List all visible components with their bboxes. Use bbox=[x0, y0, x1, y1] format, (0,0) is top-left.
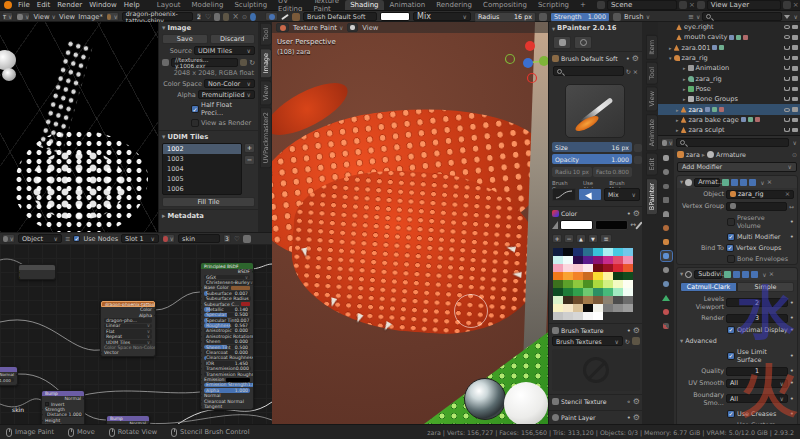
palette-swatch[interactable] bbox=[553, 256, 563, 264]
advanced-expand-icon[interactable]: ▾ bbox=[680, 337, 683, 345]
bump-node-2[interactable]: Bump Normal bbox=[106, 415, 150, 424]
breadcrumb-object[interactable]: zara bbox=[686, 151, 700, 159]
gear-icon[interactable]: ⚙ bbox=[633, 209, 640, 218]
opacity-slider[interactable]: Opacity1.000 bbox=[552, 154, 632, 164]
udim-tile-1002[interactable]: 1002 bbox=[163, 144, 241, 154]
brush-name-field[interactable]: Brush Default Soft bbox=[303, 12, 377, 21]
palette-swatch[interactable] bbox=[593, 288, 603, 296]
refresh-icon[interactable]: ↻ bbox=[626, 68, 631, 75]
outliner-item-zara[interactable]: ▸zara bbox=[658, 104, 800, 114]
palette-swatch[interactable] bbox=[563, 296, 573, 304]
modifier-name-field[interactable]: Subdivi… bbox=[694, 270, 722, 279]
reload-icon[interactable]: ↻ bbox=[249, 59, 255, 67]
viewport-tab-animate[interactable]: Animate bbox=[646, 114, 658, 151]
material-new-icon[interactable] bbox=[243, 235, 251, 243]
properties-search-input[interactable] bbox=[676, 138, 789, 147]
udim-panel-header[interactable]: ▾UDIM Tiles bbox=[159, 130, 258, 143]
palette-swatch[interactable] bbox=[593, 280, 603, 288]
stencil-texture-header[interactable]: Stencil Texture∘⚙ bbox=[549, 394, 642, 408]
save-button[interactable]: Save bbox=[162, 34, 208, 44]
toggle-render-icon[interactable] bbox=[751, 271, 758, 278]
folder-icon[interactable] bbox=[632, 337, 640, 345]
fake-user-icon[interactable]: ♡ bbox=[205, 13, 211, 21]
menu-file[interactable]: File bbox=[18, 1, 30, 9]
discard-button[interactable]: Discard bbox=[210, 34, 256, 44]
mode-dropdown[interactable]: View∨ bbox=[33, 13, 56, 21]
catmull-clark-button[interactable]: Catmull-Clark bbox=[680, 282, 737, 292]
palette-swatch[interactable] bbox=[613, 248, 623, 256]
palette-swatch[interactable] bbox=[573, 248, 583, 256]
close-icon[interactable]: × bbox=[769, 270, 774, 278]
palette-swatch[interactable] bbox=[623, 264, 633, 272]
outliner-item-zara-bake-cage[interactable]: ▸zara bake cage bbox=[658, 115, 800, 125]
radius-slider[interactable]: Radius16 px bbox=[474, 12, 536, 22]
palette-swatch[interactable] bbox=[603, 304, 613, 312]
palette-swatch[interactable] bbox=[603, 264, 613, 272]
remove-tile-button[interactable]: − bbox=[244, 155, 255, 165]
clear-icon[interactable]: × bbox=[633, 68, 638, 75]
palette-swatch[interactable] bbox=[623, 304, 633, 312]
browse-image-icon[interactable]: ∨ bbox=[106, 12, 119, 21]
brush-curve-widget[interactable] bbox=[552, 188, 576, 201]
image-mode-icon[interactable]: ∨ bbox=[16, 12, 30, 21]
node-stub-left[interactable]: Normal 1.000 bbox=[0, 366, 18, 386]
brush-mode-dropdown[interactable]: Mix∨ bbox=[604, 188, 640, 201]
refresh-icon[interactable]: ↻ bbox=[625, 338, 630, 345]
tab-scene[interactable] bbox=[661, 209, 672, 219]
image-users-count[interactable]: 2 bbox=[196, 12, 202, 21]
paint-mask-icon[interactable] bbox=[347, 23, 358, 32]
viewport-view-menu[interactable]: View bbox=[362, 24, 378, 32]
palette-swatch[interactable] bbox=[563, 288, 573, 296]
outliner-item-zara-001[interactable]: ▸zara.001 bbox=[658, 43, 800, 53]
closed-eye-icon[interactable] bbox=[784, 97, 790, 101]
closed-eye-icon[interactable] bbox=[784, 87, 790, 91]
expand-icon[interactable]: ▸ bbox=[683, 65, 686, 71]
modifier-name-field[interactable]: Armat… bbox=[694, 178, 720, 187]
uv-smooth-dropdown[interactable]: All∨ bbox=[726, 379, 788, 388]
toggle-viewport-icon[interactable] bbox=[742, 271, 749, 278]
outliner-item-eye-right[interactable]: eye.right bbox=[658, 22, 800, 32]
open-file-icon[interactable] bbox=[240, 59, 247, 66]
camera-icon[interactable] bbox=[792, 45, 798, 50]
use-alpha-toggle[interactable] bbox=[578, 188, 602, 201]
camera-icon[interactable] bbox=[792, 35, 798, 40]
blend-mode-dropdown[interactable]: Mix∨ bbox=[413, 12, 471, 21]
side-tab-view[interactable]: View bbox=[260, 80, 272, 105]
close-icon[interactable]: × bbox=[767, 178, 772, 186]
udim-tile-1005[interactable]: 1005 bbox=[163, 174, 241, 184]
layer-mode-button[interactable] bbox=[553, 36, 571, 49]
node-stub[interactable] bbox=[18, 264, 56, 280]
palette-swatch[interactable] bbox=[573, 304, 583, 312]
bump-node[interactable]: Bump NormalInvertStrengthDistance 1.000H… bbox=[41, 390, 85, 424]
view-as-render-checkbox[interactable] bbox=[191, 119, 199, 127]
colorspace-dropdown[interactable]: Non-Color∨ bbox=[204, 79, 255, 88]
tab-render[interactable] bbox=[661, 167, 672, 177]
tab-texture[interactable] bbox=[661, 321, 672, 331]
unlink-scene-icon[interactable]: × bbox=[689, 1, 695, 9]
image-path-field[interactable]: //textures…y.1006.exr bbox=[171, 58, 238, 67]
workspace-tab-+[interactable]: + bbox=[575, 0, 591, 10]
render-slot-icon[interactable] bbox=[250, 13, 256, 21]
outliner-item-zara_rig[interactable]: ▾zara_rig bbox=[658, 53, 800, 63]
palette-swatch[interactable] bbox=[583, 288, 593, 296]
palette-swatch[interactable] bbox=[583, 280, 593, 288]
palette-add-button[interactable]: + bbox=[552, 234, 562, 243]
size-slider[interactable]: Size16 px bbox=[552, 142, 632, 152]
mode-icon[interactable] bbox=[276, 23, 289, 32]
image-panel-header[interactable]: ▾Image bbox=[159, 22, 258, 34]
alpha-dropdown[interactable]: Premultiplied∨ bbox=[198, 90, 255, 99]
use-nodes-checkbox[interactable]: ✓ bbox=[73, 235, 80, 242]
pin-icon[interactable]: ⊙ bbox=[792, 151, 797, 158]
palette-swatch[interactable] bbox=[563, 264, 573, 272]
slot-dropdown[interactable]: Slot 1∨ bbox=[121, 234, 159, 243]
workspace-tab-shading[interactable]: Shading bbox=[345, 0, 383, 10]
tab-output[interactable] bbox=[661, 181, 672, 191]
camera-icon[interactable] bbox=[792, 97, 798, 102]
active-tool-icon[interactable] bbox=[265, 12, 278, 21]
palette-swatch[interactable] bbox=[613, 272, 623, 280]
shader-editor-type-icon[interactable]: ∨ bbox=[2, 234, 15, 243]
palette-swatch[interactable] bbox=[563, 272, 573, 280]
strength-slider[interactable]: Strength1.000 bbox=[550, 12, 610, 22]
closed-eye-icon[interactable] bbox=[784, 77, 790, 81]
open-image-icon[interactable] bbox=[223, 13, 229, 21]
